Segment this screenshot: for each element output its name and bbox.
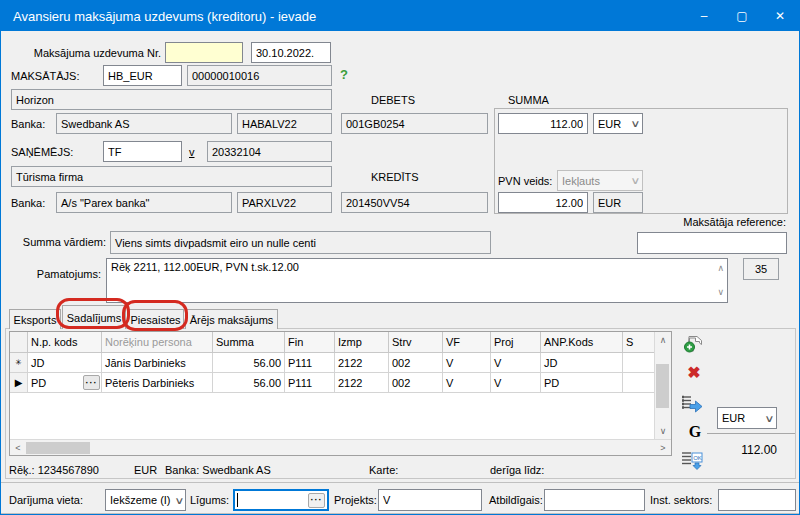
date-input[interactable] [251,42,331,63]
receiver-code-input[interactable] [103,141,182,162]
minimize-button[interactable]: – [685,1,723,31]
chevron-down-icon: ∨ [624,118,640,129]
cell-summa[interactable]: 56.00 [213,353,285,373]
tab-label: Piesaistes [130,314,180,326]
inst-sektors-input[interactable] [718,489,796,511]
chevron-down-icon: ∨ [624,175,640,186]
cell-strv[interactable]: 002 [389,373,443,393]
cell-anp[interactable]: PD [541,373,623,393]
tab-sadalijums[interactable]: Sadalījums [62,305,126,329]
grid-header-strv[interactable]: Strv [389,332,443,353]
dialog-window: Avansieru maksājuma uzdevums (kreditoru)… [0,0,800,515]
cell-partial[interactable] [623,353,655,373]
scroll-down-icon[interactable]: ∨ [717,286,724,299]
cell-code-text: PD [31,377,46,389]
grid-header-indicator [10,332,28,353]
amount-currency-value: EUR [598,118,621,130]
payment-nr-label: Maksājuma uzdevuma Nr. [11,42,161,63]
cell-izmp[interactable]: 2122 [335,353,389,373]
scroll-up-icon[interactable]: ∧ [717,262,724,275]
tab-label: Sadalījums [67,312,121,324]
help-icon[interactable]: ? [340,67,348,82]
cell-anp[interactable]: JD [541,353,623,373]
projekts-input[interactable] [378,489,482,511]
cell-vf[interactable]: V [443,373,491,393]
receiver-name-field: Tūrisma firma [11,166,332,187]
pvn-select[interactable]: Iekļauts ∨ [557,170,643,191]
cell-vf[interactable]: V [443,353,491,373]
grid-header-izmp[interactable]: Izmp [335,332,389,353]
chevron-down-icon: ∨ [168,495,184,506]
copy-rows-icon[interactable] [681,394,703,414]
close-button[interactable]: ✕ [761,1,799,31]
vertical-scroll-thumb[interactable] [656,364,669,408]
cell-proj[interactable]: V [491,373,541,393]
grid-header-vf[interactable]: VF [443,332,491,353]
reference-label: Maksātāja reference: [601,214,786,230]
grid-header-row: N.p. kods Norēķinu persona Summa Fin Izm… [10,332,671,353]
cell-person[interactable]: Pēteris Darbinieks [102,373,213,393]
maximize-button[interactable]: ▢ [723,1,761,31]
ligums-ellipsis-button[interactable]: ··· [308,493,325,508]
window-title: Avansieru maksājuma uzdevums (kreditoru)… [13,9,316,24]
status-karte-label: Karte: [369,463,398,477]
tab-piesaistes[interactable]: Piesaistes [127,309,184,329]
cell-summa[interactable]: 56.00 [213,373,285,393]
cell-proj[interactable]: V [491,353,541,373]
payment-nr-input[interactable] [165,42,243,63]
cell-fin[interactable]: P111 [285,373,335,393]
grid-header-anp-kods[interactable]: ANP.Kods [541,332,623,353]
grid-header-summa[interactable]: Summa [213,332,285,353]
amount-words-label: Summa vārdiem: [11,231,106,252]
payer-code-input[interactable] [103,65,182,86]
vat-amount-input[interactable] [498,192,588,213]
cell-strv[interactable]: 002 [389,353,443,373]
atbildigais-input[interactable] [544,489,645,511]
grid-header-norekinu-persona[interactable]: Norēķinu persona [102,332,213,353]
amount-currency-select[interactable]: EUR ∨ [593,113,643,134]
purpose-label: Pamatojums: [11,263,101,284]
projekts-label: Projekts: [334,489,377,511]
amount-words-field: Viens simts divpadsmit eiro un nulle cen… [110,231,491,254]
receiver-v-link[interactable]: v [189,141,195,162]
grid-vertical-scrollbar[interactable]: ∧ ∨ [654,332,671,439]
grid-header-proj[interactable]: Proj [491,332,541,353]
panel-currency-select[interactable]: EUR ∨ [717,407,777,429]
table-row[interactable]: ▶ PD ··· Pēteris Darbinieks 56.00 P111 2… [10,373,671,393]
cell-person[interactable]: Jānis Darbinieks [102,353,213,373]
scroll-right-icon[interactable]: > [655,440,671,456]
cell-izmp[interactable]: 2122 [335,373,389,393]
purpose-textarea[interactable]: Rēķ 2211, 112.00EUR, PVN t.sk.12.00 ∧ ∨ [106,258,728,303]
darijuma-vieta-select[interactable]: Iekšzeme (I) ∨ [105,489,186,511]
delete-record-icon[interactable]: ✖ [683,362,705,382]
purpose-text: Rēķ 2211, 112.00EUR, PVN t.sk.12.00 [111,261,299,273]
tab-eksports[interactable]: Eksports [9,309,61,329]
scroll-down-icon[interactable]: ∨ [655,423,671,439]
grid-horizontal-scrollbar[interactable]: < > [10,439,671,455]
panel-divider [707,433,795,434]
grid-header-np-kods[interactable]: N.p. kods [28,332,102,353]
grid-header-partial[interactable]: S [623,332,655,353]
scroll-left-icon[interactable]: < [10,440,26,456]
amount-input[interactable] [498,113,588,134]
reference-input[interactable] [637,232,787,254]
add-record-icon[interactable] [682,334,704,354]
g-letter: G [689,423,701,441]
cell-fin[interactable]: P111 [285,353,335,373]
tab-label: Eksports [14,314,57,326]
confirm-list-icon[interactable]: OK [681,450,703,470]
ligums-input[interactable]: ··· [233,489,329,511]
atbildigais-label: Atbildīgais: [489,489,543,511]
lookup-ellipsis-button[interactable]: ··· [83,375,100,390]
cell-partial[interactable] [623,373,655,393]
receiver-bank-account-field: 201450VV54 [341,192,488,213]
scroll-up-icon[interactable]: ∧ [655,332,671,348]
cell-code[interactable]: JD [28,353,102,373]
darijuma-vieta-label: Darījuma vieta: [9,489,83,511]
chevron-down-icon: ∨ [758,413,774,424]
table-row[interactable]: ✳ JD Jānis Darbinieks 56.00 P111 2122 00… [10,353,671,373]
cell-code[interactable]: PD ··· [28,373,102,393]
horizontal-scroll-thumb[interactable] [26,442,90,454]
tab-arejs-maksajums[interactable]: Ārējs maksājums [185,309,278,329]
grid-header-fin[interactable]: Fin [285,332,335,353]
